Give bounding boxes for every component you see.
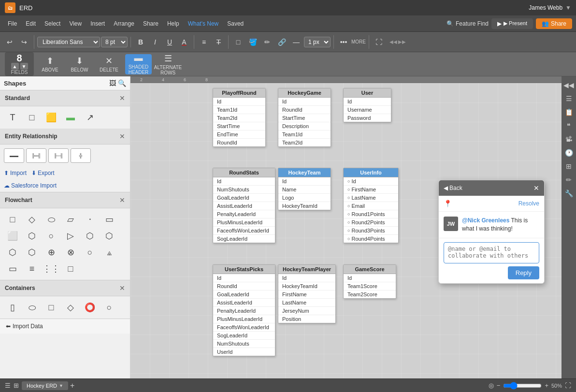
undo-button[interactable]: ↩ [3,35,16,49]
rs-btn-notes[interactable]: 📋 [563,106,575,118]
containers-section-header[interactable]: Containers ✕ [0,280,130,296]
share-button[interactable]: 👥 Share [536,18,572,29]
hockey-game-table[interactable]: HockeyGame Id RoundId StartTime Descript… [278,88,331,147]
align-left-button[interactable]: ≡ [197,35,211,49]
search-button[interactable]: 🔍 [118,79,126,87]
nav-right-icon[interactable]: ▶▶ [398,39,406,44]
menu-file[interactable]: File [4,18,21,29]
line-style-button[interactable]: — [289,35,303,49]
underline-button[interactable]: U [163,35,176,49]
menu-insert[interactable]: Insert [86,18,109,29]
shape-green[interactable]: ▬ [62,110,79,125]
zoom-out-button[interactable]: − [497,382,501,389]
erd-shape-1[interactable]: ▬▬ [4,148,24,163]
link-button[interactable]: 🔗 [275,35,288,49]
font-selector[interactable]: Liberation Sans [37,37,100,47]
shaded-header-button[interactable]: ▬ SHADED HEADER [125,54,152,74]
menu-edit[interactable]: Edit [22,18,40,29]
erd-shape-3[interactable]: ╟─╢ [48,148,69,163]
fc-round-rect[interactable]: ▭ [101,212,118,227]
user-info-table[interactable]: UserInfo ○Id ○FirstName ○LastName ○Email… [343,168,399,243]
rs-btn-comment[interactable]: ❝ [563,120,575,131]
size-selector[interactable]: 8 pt [101,37,128,47]
rs-btn-present[interactable]: 📽 [563,133,575,145]
fc-x[interactable]: ⊗ [62,245,79,260]
menu-arrange[interactable]: Arrange [110,18,138,29]
cont-rect[interactable]: □ [43,300,60,315]
rs-btn-tools[interactable]: 🔧 [563,188,575,199]
resolve-button[interactable]: Resolve [518,200,539,207]
fc-para[interactable]: ▱ [62,212,79,227]
cont-pill[interactable]: ⭕ [81,300,99,315]
user-chevron-icon[interactable]: ▼ [565,4,571,11]
hockey-team-player-table[interactable]: HockeyTeamPlayer Id HockeyTeamId FirstNa… [278,264,336,323]
standard-close-icon[interactable]: ✕ [119,94,125,102]
menu-whats-new[interactable]: What's New [184,18,223,29]
comment-close-button[interactable]: ✕ [533,184,539,192]
erd-close-icon[interactable]: ✕ [119,132,125,140]
cont-circle[interactable]: ○ [101,300,118,315]
fc-grid[interactable]: ⋮⋮ [43,261,60,276]
fields-down-button[interactable]: ▼ [20,63,28,70]
grid-view-button[interactable]: ⊞ [14,382,19,389]
cont-wide[interactable]: ⬭ [23,300,41,315]
fc-diamond[interactable]: ◇ [23,212,41,227]
strikethrough-button[interactable]: T̶ [212,35,225,49]
fullscreen-button[interactable]: ⛶ [372,35,386,49]
canvas-inner[interactable]: PlayoffRound Id Team1Id Team2Id StartTim… [130,83,562,378]
fc-circle[interactable]: ○ [43,229,60,243]
zoom-in-button[interactable]: + [545,382,548,389]
import-data-row[interactable]: ⬅ Import Data [0,319,130,334]
arrow-shape[interactable]: ↗ [81,110,99,125]
above-button[interactable]: ⬆ ABOVE [37,54,63,74]
text-shape[interactable]: T [4,110,21,125]
menu-select[interactable]: Select [41,18,64,29]
menu-help[interactable]: Help [163,18,183,29]
redo-button[interactable]: ↪ [17,35,31,49]
fc-ellipse[interactable]: ⬭ [43,212,60,227]
line-width-selector[interactable]: 1 px [304,37,331,47]
fc-shape4[interactable]: ⬡ [23,245,41,260]
list-view-button[interactable]: ☰ [5,382,11,389]
flowchart-section-header[interactable]: Flowchart ✕ [0,192,130,208]
rect-shape[interactable]: □ [23,110,41,125]
hockey-team-table[interactable]: HockeyTeam Id Name Logo HockeyTeamId [278,168,331,210]
fc-list[interactable]: ≡ [23,261,41,276]
fc-arrow[interactable]: ▷ [62,229,79,243]
rect-button[interactable]: □ [231,35,245,49]
fc-cross[interactable]: ⊕ [43,245,60,260]
image-button[interactable]: 🖼 [109,79,116,87]
erd-section-header[interactable]: Entity Relationship ✕ [0,129,130,145]
fc-special[interactable]: □ [62,261,79,276]
import-button[interactable]: ⬆ Import [4,170,27,176]
salesforce-import-button[interactable]: ☁ Salesforce Import [4,182,57,189]
cont-diamond[interactable]: ◇ [62,300,79,315]
user-stats-picks-table[interactable]: UserStatsPicks Id RoundId GoalLeaderId A… [213,264,275,356]
nav-left-icon[interactable]: ◀◀ [389,39,397,44]
below-button[interactable]: ⬇ BELOW [66,54,93,74]
fc-shape3[interactable]: ⬡ [4,245,21,260]
fc-circle2[interactable]: ○ [81,245,99,260]
fc-hex2[interactable]: ⬡ [81,229,99,243]
rs-btn-history[interactable]: 🕐 [563,147,575,159]
fc-square[interactable]: ⬜ [4,229,21,243]
feature-find[interactable]: 🔍 Feature Find [446,20,489,27]
game-score-table[interactable]: GameScore Id Team1Score Team2Score [343,264,396,299]
fc-trap[interactable]: ⬝ [81,212,99,227]
font-color-button[interactable]: A [177,35,191,49]
fill-button[interactable]: 🪣 [246,35,259,49]
rs-btn-format[interactable]: ☰ [563,93,575,104]
playoff-round-table[interactable]: PlayoffRound Id Team1Id Team2Id StartTim… [213,88,266,147]
erd-shape-2[interactable]: ╠═╣ [26,148,46,163]
flowchart-close-icon[interactable]: ✕ [119,196,125,204]
comment-input[interactable] [444,242,539,263]
user-table[interactable]: User Id Username Password [343,88,391,122]
bold-button[interactable]: B [134,35,147,49]
fc-doc[interactable]: ▭ [4,261,21,276]
rs-btn-grid[interactable]: ⊞ [563,160,575,172]
present-button[interactable]: ▶ ▶ Present [491,18,533,29]
more-button[interactable]: ••• [337,35,350,49]
italic-button[interactable]: I [148,35,162,49]
add-tab-button[interactable]: + [70,381,74,390]
fc-tri[interactable]: ⟁ [101,245,118,260]
